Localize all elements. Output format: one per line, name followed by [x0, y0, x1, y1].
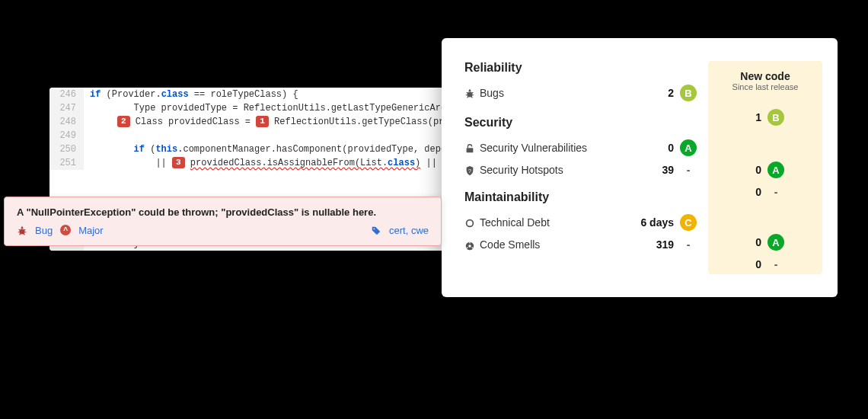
bug-icon — [464, 87, 480, 99]
grade-badge: A — [680, 139, 697, 156]
metrics-new-code: New code Since last release 1 B 0 A 0 - … — [708, 61, 822, 274]
line-number: 248 — [49, 115, 84, 129]
code-line-250: 250 if (this.componentManager.hasCompone… — [49, 142, 445, 156]
new-code-subtitle: Since last release — [708, 82, 822, 91]
metric-label: Security Vulnerabilities — [480, 142, 640, 154]
new-code-smells[interactable]: 0 - — [708, 254, 822, 274]
line-number: 249 — [49, 129, 84, 142]
new-code-hotspots[interactable]: 0 - — [708, 182, 822, 202]
code-line-251: 251 || 3 providedClass.isAssignableFrom(… — [49, 156, 445, 170]
code-smell-icon — [464, 238, 480, 251]
code-line-247: 247 Type providedType = ReflectionUtils.… — [49, 101, 445, 115]
metric-value: 1 — [746, 111, 761, 123]
svg-point-0 — [20, 229, 25, 235]
new-code-debt[interactable]: 0 A — [708, 230, 822, 254]
grade-badge: C — [680, 214, 697, 231]
code-line-248: 248 2 Class providedClass = 1 Reflection… — [49, 115, 445, 129]
metric-value: 0 — [746, 236, 761, 248]
code-line-249: 249 — [49, 129, 445, 142]
grade-badge: B — [680, 85, 697, 101]
issue-severity-link[interactable]: Major — [78, 225, 104, 236]
metric-label: Security Hotspots — [480, 164, 640, 176]
metric-value: 0 — [640, 142, 674, 154]
svg-point-2 — [468, 92, 473, 98]
svg-point-1 — [373, 228, 375, 229]
section-reliability: Reliability — [464, 61, 697, 75]
debt-icon — [464, 216, 480, 229]
metric-value: 39 — [640, 164, 674, 176]
line-number: 250 — [49, 142, 84, 156]
issue-location-badge[interactable]: 3 — [172, 157, 185, 168]
metric-value: 6 days — [640, 216, 674, 229]
new-code-bugs[interactable]: 1 B — [708, 105, 822, 130]
grade-none: - — [767, 258, 784, 270]
metric-value: 0 — [746, 164, 761, 176]
metric-label: Code Smells — [480, 238, 640, 251]
line-number: 251 — [49, 156, 84, 170]
metric-technical-debt[interactable]: Technical Debt 6 days C — [464, 210, 697, 235]
issue-location-badge[interactable]: 1 — [256, 116, 269, 127]
svg-text:?: ? — [468, 168, 471, 174]
metrics-card: Reliability Bugs 2 B Security Security V… — [442, 38, 838, 297]
metric-label: Bugs — [480, 87, 640, 99]
grade-none: - — [680, 164, 697, 176]
issue-location-badge[interactable]: 2 — [117, 116, 130, 127]
grade-badge: A — [767, 162, 784, 178]
grade-none: - — [680, 238, 697, 251]
tag-icon — [371, 224, 381, 236]
metric-hotspots[interactable]: ? Security Hotspots 39 - — [464, 160, 697, 180]
section-security: Security — [464, 116, 697, 130]
metric-label: Technical Debt — [480, 216, 640, 229]
grade-none: - — [767, 186, 784, 198]
issue-box[interactable]: A "NullPointerException" could be thrown… — [4, 197, 442, 246]
grade-badge: B — [767, 109, 784, 126]
metric-vulnerabilities[interactable]: Security Vulnerabilities 0 A — [464, 136, 697, 160]
line-number: 247 — [49, 101, 84, 115]
metric-value: 0 — [746, 186, 761, 198]
metric-value: 0 — [746, 258, 761, 270]
lock-open-icon — [464, 142, 480, 154]
shield-icon: ? — [464, 164, 480, 176]
svg-point-5 — [467, 220, 474, 227]
metrics-overall: Reliability Bugs 2 B Security Security V… — [464, 61, 708, 274]
metric-value: 2 — [640, 87, 674, 99]
new-code-title: New code — [708, 70, 822, 82]
issue-type-link[interactable]: Bug — [35, 225, 53, 236]
metric-bugs[interactable]: Bugs 2 B — [464, 81, 697, 105]
svg-rect-3 — [467, 148, 474, 152]
issue-message: A "NullPointerException" could be thrown… — [17, 206, 429, 218]
metric-value: 319 — [640, 238, 674, 251]
section-maintainability: Maintainability — [464, 190, 697, 204]
new-code-vulnerabilities[interactable]: 0 A — [708, 158, 822, 182]
severity-major-icon: ^ — [60, 225, 71, 235]
code-line-246: 246 if (Provider.class == roleTypeClass)… — [49, 88, 445, 101]
issue-tags-link[interactable]: cert, cwe — [389, 225, 429, 236]
grade-badge: A — [767, 234, 784, 251]
line-number: 246 — [49, 88, 84, 101]
svg-point-7 — [468, 245, 471, 248]
metric-code-smells[interactable]: Code Smells 319 - — [464, 235, 697, 254]
issue-meta: Bug ^ Major cert, cwe — [17, 224, 429, 236]
bug-icon — [17, 224, 27, 236]
